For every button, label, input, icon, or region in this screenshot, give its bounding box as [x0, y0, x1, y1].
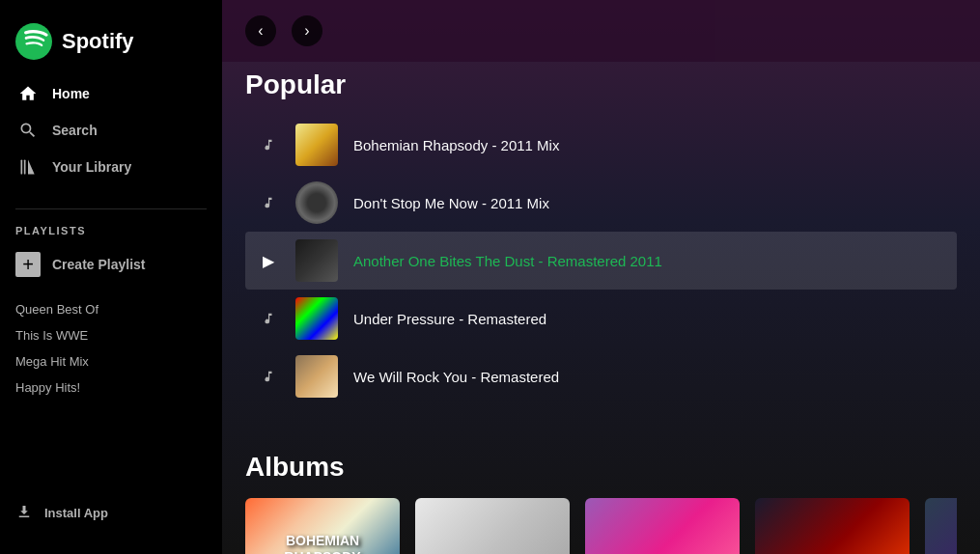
track-number-4: [257, 312, 280, 325]
list-item[interactable]: [925, 498, 957, 554]
spotify-logo-icon: [15, 23, 52, 60]
album-cover-2: [415, 498, 570, 554]
back-icon: ‹: [258, 22, 263, 40]
sidebar-item-library[interactable]: Your Library: [8, 149, 214, 185]
table-row[interactable]: ▶ Another One Bites The Dust - Remastere…: [245, 232, 957, 290]
download-icon: [15, 503, 33, 523]
back-button[interactable]: ‹: [245, 15, 276, 46]
forward-button[interactable]: ›: [292, 15, 322, 46]
forward-icon: ›: [304, 22, 309, 40]
list-item[interactable]: [415, 498, 570, 554]
table-row[interactable]: Under Pressure - Remastered: [245, 290, 957, 347]
track-thumbnail-5: [295, 355, 338, 398]
track-thumbnail-1: [295, 124, 338, 166]
install-app-button[interactable]: Install App: [15, 503, 207, 523]
sidebar-search-label: Search: [52, 123, 98, 138]
sidebar-library-label: Your Library: [52, 159, 131, 175]
sidebar-divider: [15, 208, 207, 209]
sidebar-item-search[interactable]: Search: [8, 112, 214, 149]
svg-rect-1: [21, 160, 23, 175]
track-thumbnail-4: [295, 297, 338, 340]
playlist-item-wwe[interactable]: This Is WWE: [15, 322, 207, 348]
top-bar: ‹ ›: [222, 0, 980, 62]
plus-icon: +: [15, 252, 41, 277]
popular-title: Popular: [245, 62, 957, 100]
albums-title: Albums: [245, 444, 957, 483]
sidebar-bottom: Install App: [0, 487, 222, 539]
list-item[interactable]: BOHEMIANRHAPSODY: [245, 498, 400, 554]
track-play-icon-3: ▶: [257, 252, 280, 270]
track-number-5: [257, 370, 280, 383]
list-item[interactable]: [585, 498, 740, 554]
table-row[interactable]: Don't Stop Me Now - 2011 Mix: [245, 174, 957, 232]
content-area: Popular Bohemian Rhapsody - 2011 Mix: [222, 62, 980, 554]
main-content: ‹ › Popular Bohemian Rhapsody - 2011 Mix: [222, 0, 980, 554]
albums-grid: BOHEMIANRHAPSODY: [245, 498, 957, 554]
sidebar-item-home[interactable]: Home: [8, 75, 214, 112]
playlist-item-mega[interactable]: Mega Hit Mix: [15, 348, 207, 374]
track-name-2: Don't Stop Me Now - 2011 Mix: [353, 195, 945, 211]
album-cover-4: [755, 498, 910, 554]
create-playlist-label: Create Playlist: [52, 257, 146, 272]
sidebar-home-label: Home: [52, 86, 90, 101]
create-playlist-button[interactable]: + Create Playlist: [15, 248, 207, 281]
logo[interactable]: Spotify: [0, 15, 222, 75]
track-thumbnail-3: [295, 239, 338, 282]
table-row[interactable]: We Will Rock You - Remastered: [245, 347, 957, 405]
sidebar: Spotify Home Search Your Library: [0, 0, 222, 554]
track-number-1: [257, 138, 280, 152]
album-cover-1: BOHEMIANRHAPSODY: [245, 498, 400, 554]
track-info-2: Don't Stop Me Now - 2011 Mix: [353, 195, 945, 211]
track-info-3: Another One Bites The Dust - Remastered …: [353, 253, 945, 269]
album-cover-3: [585, 498, 740, 554]
search-icon: [17, 120, 39, 141]
svg-rect-2: [24, 160, 26, 175]
install-app-label: Install App: [44, 506, 108, 520]
track-name-3: Another One Bites The Dust - Remastered …: [353, 253, 945, 269]
playlist-item-queen[interactable]: Queen Best Of: [15, 296, 207, 322]
play-icon: ▶: [263, 252, 274, 270]
svg-point-0: [15, 23, 52, 60]
track-info-4: Under Pressure - Remastered: [353, 311, 945, 327]
playlist-item-happy[interactable]: Happy Hits!: [15, 374, 207, 401]
album-cover-5: [925, 498, 957, 554]
list-item[interactable]: [755, 498, 910, 554]
table-row[interactable]: Bohemian Rhapsody - 2011 Mix: [245, 116, 957, 174]
track-thumbnail-2: [295, 181, 338, 224]
track-name-5: We Will Rock You - Remastered: [353, 369, 945, 385]
popular-section: Popular Bohemian Rhapsody - 2011 Mix: [245, 62, 957, 405]
track-number-2: [257, 196, 280, 209]
albums-section: Albums BOHEMIANRHAPSODY: [245, 444, 957, 554]
track-info-1: Bohemian Rhapsody - 2011 Mix: [353, 137, 945, 153]
track-info-5: We Will Rock You - Remastered: [353, 369, 945, 385]
home-icon: [17, 83, 39, 104]
library-icon: [17, 156, 39, 178]
playlists-section: PLAYLISTS + Create Playlist Queen Best O…: [0, 217, 222, 408]
sidebar-nav: Home Search Your Library: [0, 75, 222, 185]
track-name-4: Under Pressure - Remastered: [353, 311, 945, 327]
playlists-label: PLAYLISTS: [15, 225, 207, 236]
logo-text: Spotify: [62, 29, 134, 54]
track-name-1: Bohemian Rhapsody - 2011 Mix: [353, 137, 945, 153]
